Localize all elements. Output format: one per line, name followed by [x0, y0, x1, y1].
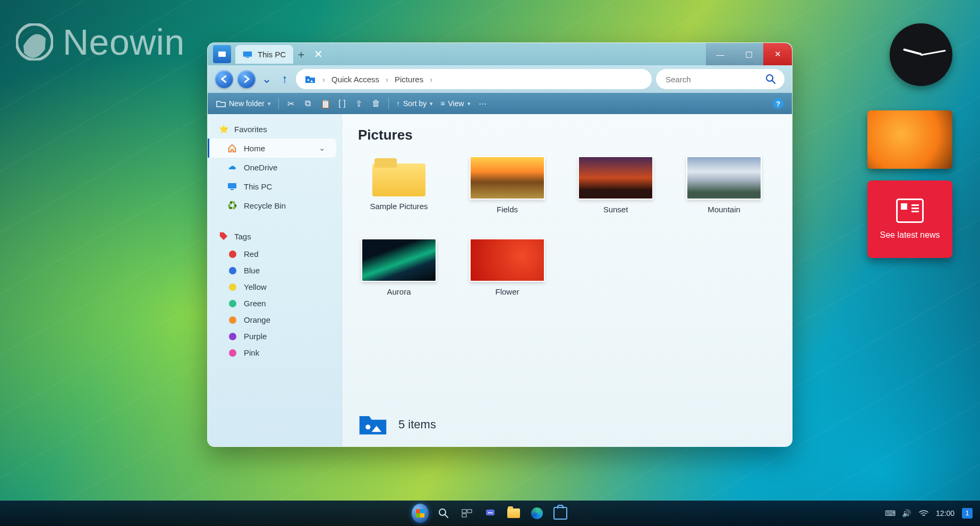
- copy-button[interactable]: ⧉: [303, 99, 313, 108]
- cut-button[interactable]: ✂: [286, 99, 296, 109]
- recycle-icon: ♻️: [227, 200, 237, 211]
- svg-rect-13: [462, 514, 466, 517]
- tag-label: Blue: [244, 266, 260, 275]
- new-folder-button[interactable]: New folder ▾: [216, 99, 271, 108]
- chevron-right-icon: ›: [322, 75, 325, 84]
- rename-button[interactable]: [ ]: [337, 99, 347, 108]
- breadcrumb-quick-access[interactable]: Quick Access: [331, 75, 379, 84]
- folder-plus-icon: [216, 99, 226, 108]
- tag-item-green[interactable]: Green: [208, 295, 342, 312]
- arrow-right-icon: [243, 75, 250, 83]
- svg-rect-11: [462, 510, 466, 513]
- chat-button[interactable]: [482, 505, 499, 522]
- notification-badge[interactable]: 1: [962, 508, 973, 519]
- tag-item-purple[interactable]: Purple: [208, 328, 342, 344]
- color-dot-icon: [229, 316, 236, 324]
- home-icon: [227, 143, 237, 153]
- search-box[interactable]: [656, 69, 785, 89]
- history-dropdown[interactable]: ⌄: [260, 72, 274, 86]
- edge-taskbar[interactable]: [529, 505, 546, 522]
- tag-label: Purple: [244, 332, 267, 341]
- svg-point-3: [308, 79, 310, 81]
- start-button[interactable]: [412, 505, 429, 522]
- onedrive-icon: [227, 162, 237, 173]
- search-input[interactable]: [664, 74, 741, 84]
- up-button[interactable]: ↑: [278, 72, 292, 86]
- chevron-right-icon: ›: [430, 75, 432, 84]
- sidebar-item-label: OneDrive: [244, 163, 277, 172]
- titlebar[interactable]: This PC ＋ ✕ — ▢ ✕: [208, 43, 792, 65]
- tag-label: Pink: [244, 348, 259, 357]
- sidebar-item-label: Home: [244, 144, 265, 153]
- share-button[interactable]: ⇪: [354, 99, 364, 109]
- item-fields[interactable]: Fields: [466, 156, 548, 214]
- sidebar-item-this-pc[interactable]: This PC: [208, 177, 342, 196]
- tag-item-red[interactable]: Red: [208, 246, 342, 262]
- maximize-button[interactable]: ▢: [735, 43, 763, 65]
- clock-tray[interactable]: 12:00: [936, 509, 955, 518]
- svg-line-5: [772, 81, 775, 83]
- watermark: Neowin: [16, 21, 185, 63]
- system-tray: ⌨ 🔊 12:00 1: [885, 508, 973, 519]
- help-button[interactable]: ?: [773, 98, 783, 109]
- folder-icon: [372, 155, 425, 196]
- image-thumbnail: [578, 156, 653, 200]
- tab-this-pc[interactable]: This PC: [235, 45, 293, 64]
- minimize-button[interactable]: —: [706, 43, 735, 65]
- sidebar-item-onedrive[interactable]: OneDrive: [208, 158, 342, 177]
- photo-gadget[interactable]: [867, 110, 952, 169]
- color-dot-icon: [229, 251, 236, 258]
- store-taskbar[interactable]: [552, 505, 569, 522]
- sidebar-item-recycle-bin[interactable]: ♻️ Recycle Bin: [208, 196, 342, 215]
- search-taskbar-button[interactable]: [435, 505, 452, 522]
- item-flower[interactable]: Flower: [466, 238, 548, 296]
- item-aurora[interactable]: Aurora: [358, 238, 440, 296]
- volume-tray-icon[interactable]: 🔊: [902, 509, 911, 518]
- tag-item-orange[interactable]: Orange: [208, 312, 342, 328]
- tag-label: Green: [244, 299, 266, 308]
- color-dot-icon: [229, 300, 236, 307]
- task-view-icon: [462, 509, 472, 518]
- new-tab-button[interactable]: ＋: [293, 46, 309, 62]
- back-button[interactable]: [215, 70, 233, 88]
- sidebar-item-home[interactable]: Home ⌄: [208, 139, 336, 158]
- close-tab-button[interactable]: ✕: [310, 46, 326, 62]
- keyboard-tray-icon[interactable]: ⌨: [885, 509, 894, 518]
- tag-item-pink[interactable]: Pink: [208, 344, 342, 361]
- delete-button[interactable]: 🗑: [371, 99, 381, 108]
- sort-by-button[interactable]: ↑ Sort by ▾: [396, 99, 433, 108]
- news-gadget[interactable]: See latest news: [867, 180, 952, 258]
- sidebar-item-label: This PC: [244, 182, 272, 191]
- address-bar[interactable]: › Quick Access › Pictures ›: [296, 69, 652, 89]
- item-sample-pictures[interactable]: Sample Pictures: [358, 156, 440, 214]
- chat-icon: [485, 508, 496, 519]
- clock-gadget[interactable]: [890, 23, 952, 86]
- breadcrumb-pictures[interactable]: Pictures: [395, 75, 423, 84]
- svg-point-9: [439, 509, 446, 515]
- item-mountain[interactable]: Mountain: [683, 156, 765, 214]
- favorites-header[interactable]: ⭐ Favorites: [208, 119, 342, 139]
- file-explorer-window: This PC ＋ ✕ — ▢ ✕ ⌄ ↑ › Quick Access › P…: [207, 42, 792, 447]
- tag-label: Yellow: [244, 282, 267, 291]
- close-window-button[interactable]: ✕: [763, 43, 792, 65]
- command-toolbar: New folder ▾ ✂ ⧉ 📋 [ ] ⇪ 🗑 ↑ Sort by ▾ ≡…: [208, 93, 792, 114]
- item-label: Sunset: [603, 205, 628, 214]
- task-view-button[interactable]: [458, 505, 475, 522]
- wifi-tray-icon[interactable]: [919, 510, 928, 517]
- svg-rect-2: [246, 57, 249, 58]
- forward-button[interactable]: [237, 70, 255, 88]
- item-label: Fields: [497, 205, 518, 214]
- color-dot-icon: [229, 333, 236, 340]
- tag-item-yellow[interactable]: Yellow: [208, 279, 342, 295]
- tag-label: Red: [244, 249, 259, 258]
- paste-button[interactable]: 📋: [320, 99, 330, 109]
- color-dot-icon: [229, 349, 236, 357]
- search-icon: [765, 74, 776, 84]
- tag-item-blue[interactable]: Blue: [208, 262, 342, 279]
- news-gadget-label: See latest news: [880, 230, 940, 240]
- item-sunset[interactable]: Sunset: [575, 156, 657, 214]
- tags-header[interactable]: Tags: [208, 227, 342, 246]
- more-button[interactable]: ⋯: [478, 99, 488, 109]
- file-explorer-taskbar[interactable]: [505, 505, 522, 522]
- view-button[interactable]: ≡ View ▾: [440, 99, 470, 108]
